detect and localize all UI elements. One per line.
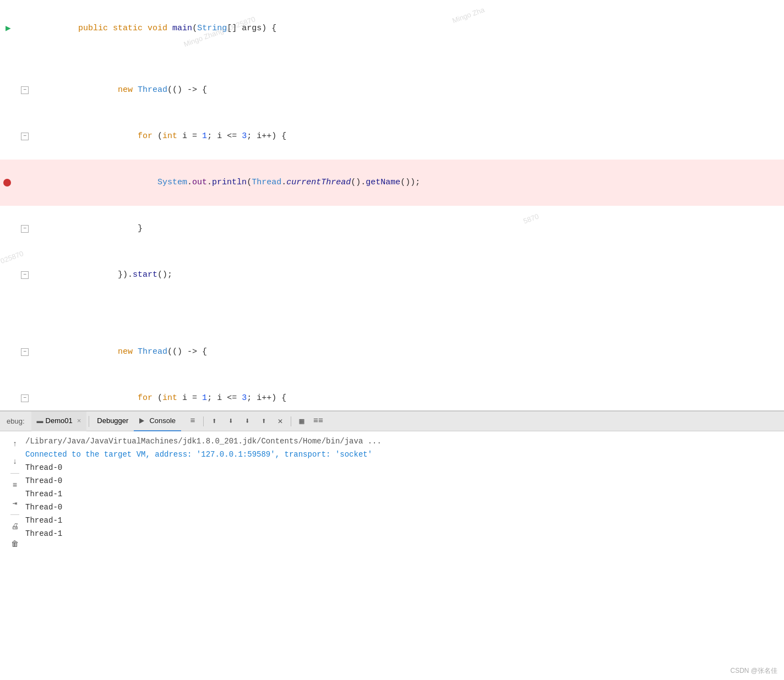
tab-debugger-label: Debugger <box>97 416 128 425</box>
debug-label: ebug: <box>0 412 31 431</box>
tab-console-label: Console <box>149 416 176 425</box>
code-editor: ▶ public static void main(String[] args)… <box>0 0 784 410</box>
console-line-6: Thread-1 <box>25 514 784 527</box>
console-side-buttons: ↑ ↓ ≡ ⇥ 🖨 🗑 <box>4 435 25 677</box>
code-line-7: − }).start(); <box>0 252 784 298</box>
toolbar-stop-btn[interactable]: ✕ <box>273 414 287 429</box>
toolbar-grid-btn[interactable]: ▦ <box>295 414 309 429</box>
toolbar-menu-btn[interactable]: ≡ <box>186 414 200 429</box>
side-sep-2 <box>10 514 19 515</box>
line-content-7: }).start(); <box>33 252 784 298</box>
breakpoint-dot-1[interactable] <box>3 179 11 187</box>
line-content-4: for (int i = 1; i <= 3; i++) { <box>33 113 784 160</box>
side-sep-1 <box>10 473 19 474</box>
console-side-print[interactable]: 🖨 <box>8 519 22 534</box>
console-area: ↑ ↓ ≡ ⇥ 🖨 🗑 /Library/Java/JavaVirtualMac… <box>0 431 784 680</box>
line-content-6: } <box>33 206 784 252</box>
gutter-11: − <box>0 394 33 402</box>
fold-icon-3[interactable]: − <box>21 86 29 94</box>
console-line-1: Connected to the target VM, address: '12… <box>25 448 784 461</box>
gutter-6: − <box>0 225 33 233</box>
debug-tab-bar: ebug: ▬ Demo01 × Debugger Console ≡ ⬆ ⬇ … <box>0 412 784 431</box>
code-line-10: − new Thread(() -> { <box>0 329 784 375</box>
console-line-4: Thread-1 <box>25 487 784 501</box>
gutter-3: − <box>0 86 33 94</box>
console-side-up[interactable]: ↑ <box>8 437 22 451</box>
console-side-format[interactable]: ⇥ <box>8 496 22 510</box>
csdn-badge: CSDN @张名佳 <box>730 666 777 676</box>
fold-icon-11[interactable]: − <box>21 394 29 402</box>
line-content-10: new Thread(() -> { <box>33 329 784 375</box>
code-line-blank1 <box>0 52 784 67</box>
gutter-4: − <box>0 133 33 140</box>
code-line-blank2 <box>0 298 784 314</box>
console-line-2: Thread-0 <box>25 461 784 474</box>
run-icon[interactable]: ▶ <box>6 21 11 36</box>
tab-sep <box>89 416 89 427</box>
console-line-5: Thread-0 <box>25 501 784 514</box>
fold-icon-10[interactable]: − <box>21 348 29 356</box>
line-content-blank2 <box>33 298 784 314</box>
fold-icon-7[interactable]: − <box>21 271 29 279</box>
code-line-1: ▶ public static void main(String[] args)… <box>0 6 784 52</box>
fold-icon-6[interactable]: − <box>21 225 29 233</box>
console-side-down[interactable]: ↓ <box>8 454 22 469</box>
toolbar-scroll-down-btn[interactable]: ⬇ <box>224 414 238 429</box>
line-content-blank3 <box>33 314 784 329</box>
toolbar-sep-1 <box>203 416 204 426</box>
gutter-10: − <box>0 348 33 356</box>
code-line-11: − for (int i = 1; i <= 3; i++) { <box>0 375 784 410</box>
line-content-blank1 <box>33 52 784 67</box>
gutter-7: − <box>0 271 33 279</box>
code-line-5: System.out.println(Thread.currentThread(… <box>0 160 784 206</box>
tab-debugger[interactable]: Debugger <box>91 412 134 431</box>
console-toolbar: ≡ ⬆ ⬇ ⬇ ⬆ ✕ ▦ ≡≡ <box>186 414 325 429</box>
console-line-0: /Library/Java/JavaVirtualMachines/jdk1.8… <box>25 435 784 448</box>
toolbar-lines-btn[interactable]: ≡≡ <box>311 414 325 429</box>
code-lines: ▶ public static void main(String[] args)… <box>0 0 784 410</box>
console-line-3: Thread-0 <box>25 474 784 487</box>
toolbar-step-btn[interactable]: ⬇ <box>240 414 254 429</box>
console-side-clear[interactable]: 🗑 <box>8 537 22 551</box>
session-tab-icon: ▬ <box>37 417 43 425</box>
toolbar-scroll-up-btn[interactable]: ⬆ <box>207 414 221 429</box>
debug-panel: ebug: ▬ Demo01 × Debugger Console ≡ ⬆ ⬇ … <box>0 410 784 680</box>
code-line-6: − } <box>0 206 784 252</box>
tab-console[interactable]: Console <box>134 412 181 431</box>
session-tab[interactable]: ▬ Demo01 × <box>31 412 87 431</box>
code-line-3: − new Thread(() -> { <box>0 67 784 113</box>
line-content-3: new Thread(() -> { <box>33 67 784 113</box>
line-content-5: System.out.println(Thread.currentThread(… <box>33 160 784 206</box>
code-line-4: − for (int i = 1; i <= 3; i++) { <box>0 113 784 160</box>
toolbar-sep-2 <box>291 416 291 426</box>
toolbar-resume-btn[interactable]: ⬆ <box>257 414 271 429</box>
console-line-7: Thread-1 <box>25 527 784 540</box>
console-side-wrap[interactable]: ≡ <box>8 478 22 492</box>
session-tab-label: Demo01 <box>46 416 73 425</box>
line-content-1: public static void main(String[] args) { <box>33 6 784 52</box>
console-play-icon <box>139 418 144 424</box>
line-content-11: for (int i = 1; i <= 3; i++) { <box>33 375 784 410</box>
console-output: /Library/Java/JavaVirtualMachines/jdk1.8… <box>25 435 784 677</box>
code-line-blank3 <box>0 314 784 329</box>
fold-icon-4[interactable]: − <box>21 133 29 140</box>
session-close-icon[interactable]: × <box>77 416 81 425</box>
